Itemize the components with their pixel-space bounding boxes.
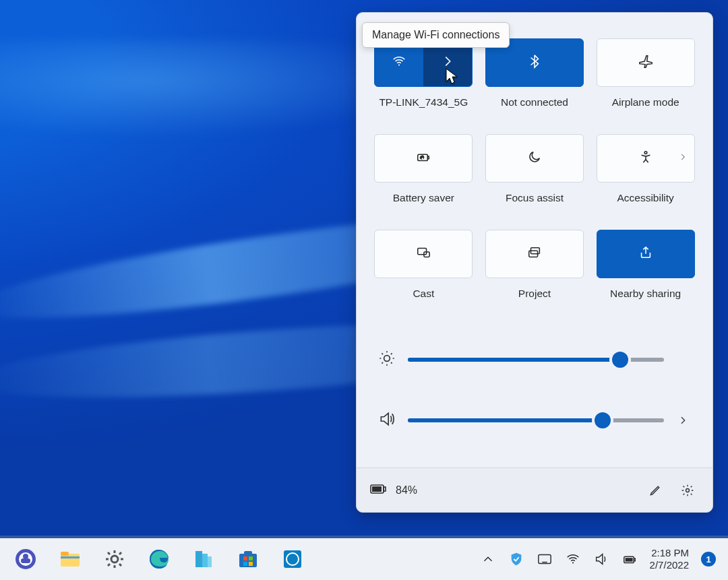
- quick-settings-panel: Manage Wi-Fi connections TP-LINK_7434_5G: [356, 12, 713, 513]
- project-icon: [527, 245, 542, 263]
- brightness-slider-row: [378, 329, 691, 390]
- edit-quick-settings-button[interactable]: [644, 479, 667, 502]
- wifi-icon: [392, 54, 406, 71]
- volume-tray-icon[interactable]: [593, 551, 609, 567]
- share-icon: [638, 245, 653, 263]
- network-tray-icon[interactable]: [565, 551, 581, 567]
- windows-security-tray-icon[interactable]: [508, 551, 524, 567]
- svg-rect-25: [239, 554, 257, 567]
- cast-icon: [416, 245, 431, 263]
- svg-rect-2: [428, 156, 429, 159]
- taskbar-app-teams[interactable]: [12, 546, 39, 573]
- brightness-fill: [408, 358, 620, 362]
- battery-percent-text: 84%: [396, 484, 417, 496]
- svg-rect-37: [625, 558, 632, 562]
- project-label: Project: [518, 288, 551, 300]
- airplane-icon: [638, 54, 653, 71]
- notification-count: 1: [706, 554, 710, 565]
- brightness-icon: [378, 350, 397, 370]
- svg-rect-19: [61, 556, 80, 558]
- svg-rect-28: [249, 556, 253, 560]
- taskbar-app-dell[interactable]: [279, 546, 306, 573]
- chevron-right-icon: [678, 152, 688, 164]
- wifi-label: TP-LINK_7434_5G: [379, 96, 468, 108]
- battery-saver-tile[interactable]: [374, 134, 473, 183]
- svg-point-20: [111, 556, 118, 562]
- focus-assist-tile[interactable]: [485, 134, 584, 183]
- tray-overflow-button[interactable]: [480, 551, 496, 567]
- volume-thumb[interactable]: [595, 412, 611, 428]
- svg-point-34: [572, 562, 574, 563]
- svg-rect-15: [21, 558, 30, 563]
- taskbar-app-company-portal[interactable]: [190, 546, 217, 573]
- accessibility-label: Accessibility: [617, 192, 673, 204]
- panel-footer: 84%: [357, 468, 712, 512]
- svg-point-3: [644, 152, 647, 154]
- cast-tile[interactable]: [374, 230, 473, 278]
- battery-saver-label: Battery saver: [393, 192, 454, 204]
- brightness-slider[interactable]: [408, 358, 664, 362]
- svg-rect-18: [61, 552, 69, 556]
- taskbar: 2:18 PM 2/7/2022 1: [0, 536, 728, 580]
- wifi-tooltip-text: Manage Wi-Fi connections: [372, 29, 499, 40]
- battery-icon: [370, 484, 386, 497]
- volume-output-button[interactable]: [675, 415, 691, 426]
- svg-rect-23: [202, 554, 208, 567]
- svg-point-12: [686, 488, 690, 492]
- touch-keyboard-button[interactable]: [537, 551, 553, 567]
- settings-button[interactable]: [676, 479, 699, 502]
- chevron-right-icon: [440, 54, 455, 71]
- svg-rect-30: [249, 562, 253, 566]
- wifi-tooltip: Manage Wi-Fi connections: [362, 22, 510, 48]
- battery-saver-icon: [416, 150, 431, 167]
- taskbar-app-microsoft-store[interactable]: [235, 546, 262, 573]
- volume-icon: [378, 410, 397, 430]
- svg-rect-22: [195, 551, 202, 567]
- accessibility-icon: [638, 150, 653, 167]
- svg-point-16: [23, 554, 28, 559]
- svg-rect-27: [243, 556, 247, 560]
- svg-point-0: [398, 64, 400, 65]
- quick-settings-grid: TP-LINK_7434_5G Not connected Airplane m…: [357, 13, 712, 307]
- taskbar-clock[interactable]: 2:18 PM 2/7/2022: [650, 547, 689, 571]
- bluetooth-label: Not connected: [501, 96, 568, 108]
- accessibility-tile[interactable]: [597, 134, 695, 183]
- svg-rect-36: [634, 558, 635, 561]
- focus-assist-moon-icon: [527, 150, 542, 167]
- focus-assist-label: Focus assist: [506, 192, 564, 204]
- svg-rect-10: [384, 487, 386, 491]
- project-tile[interactable]: [485, 230, 584, 278]
- brightness-thumb[interactable]: [612, 352, 628, 368]
- nearby-sharing-label: Nearby sharing: [610, 288, 681, 300]
- airplane-label: Airplane mode: [612, 96, 679, 108]
- nearby-sharing-tile[interactable]: [597, 230, 695, 278]
- cast-label: Cast: [413, 288, 434, 300]
- sliders-section: [357, 307, 712, 457]
- taskbar-app-edge[interactable]: [146, 546, 173, 573]
- svg-rect-24: [208, 556, 212, 567]
- svg-point-8: [384, 356, 390, 362]
- notification-center-button[interactable]: 1: [701, 552, 716, 567]
- bluetooth-icon: [527, 54, 542, 71]
- volume-slider[interactable]: [408, 418, 664, 422]
- clock-date: 2/7/2022: [650, 559, 689, 571]
- taskbar-app-settings[interactable]: [101, 546, 128, 573]
- airplane-mode-tile[interactable]: [597, 38, 695, 87]
- volume-slider-row: [378, 390, 691, 451]
- battery-tray-icon[interactable]: [621, 551, 638, 567]
- clock-time: 2:18 PM: [650, 547, 689, 559]
- svg-rect-11: [372, 486, 382, 492]
- taskbar-app-file-explorer[interactable]: [57, 546, 84, 573]
- svg-rect-26: [244, 551, 252, 555]
- volume-fill: [408, 418, 603, 422]
- svg-rect-29: [243, 562, 247, 566]
- svg-rect-4: [418, 249, 427, 255]
